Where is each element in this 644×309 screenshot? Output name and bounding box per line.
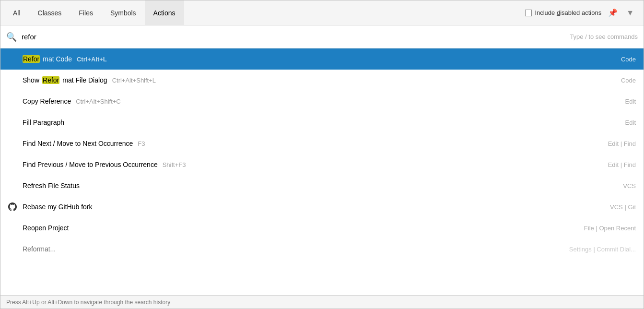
- name-prefix: Reopen Project: [23, 224, 69, 232]
- tab-bar: All Classes Files Symbols Actions Includ…: [0, 0, 644, 25]
- name-suffix: mat File Dialog: [62, 76, 107, 84]
- filter-icon[interactable]: ▼: [624, 7, 636, 19]
- include-disabled-label[interactable]: Include disabled actions: [525, 9, 601, 16]
- shortcut: F3: [138, 140, 145, 147]
- result-category: VCS | Git: [602, 203, 636, 211]
- shortcut: Ctrl+Alt+L: [77, 56, 107, 63]
- results-list: Reformat Code Ctrl+Alt+L Code Show Refor…: [0, 48, 644, 295]
- result-item-name: Refresh File Status: [23, 182, 615, 190]
- result-item-name: Fill Paragraph: [23, 119, 618, 126]
- result-item[interactable]: Show Reformat File Dialog Ctrl+Alt+Shift…: [0, 70, 644, 91]
- result-item-name: Reformat...: [23, 245, 562, 253]
- search-bar: 🔍 Type / to see commands: [0, 25, 644, 48]
- name-prefix: Show: [23, 76, 39, 84]
- result-item-name: Find Next / Move to Next Occurrence F3: [23, 140, 600, 147]
- tab-classes-label: Classes: [38, 9, 62, 17]
- result-item-name: Show Reformat File Dialog Ctrl+Alt+Shift…: [23, 76, 613, 84]
- result-item-name: Find Previous / Move to Previous Occurre…: [23, 161, 600, 168]
- tab-symbols-label: Symbols: [110, 9, 136, 17]
- github-icon: [8, 202, 17, 211]
- tab-all[interactable]: All: [4, 0, 29, 25]
- search-icon: 🔍: [6, 32, 17, 42]
- result-item[interactable]: Reopen Project File | Open Recent: [0, 217, 644, 238]
- tab-classes[interactable]: Classes: [29, 0, 70, 25]
- result-category: VCS: [615, 182, 636, 190]
- name-suffix: mat Code: [43, 55, 72, 63]
- status-bar: Press Alt+Up or Alt+Down to navigate thr…: [0, 295, 644, 309]
- name-prefix: Find Next / Move to Next Occurrence: [23, 140, 133, 147]
- result-category: Edit: [618, 119, 636, 126]
- result-item-icon: [8, 202, 19, 211]
- result-item[interactable]: Fill Paragraph Edit: [0, 112, 644, 133]
- pin-icon[interactable]: 📌: [606, 6, 620, 19]
- result-item[interactable]: Find Next / Move to Next Occurrence F3 E…: [0, 133, 644, 154]
- include-disabled-text: Include disabled actions: [535, 9, 601, 16]
- tab-all-label: All: [13, 9, 21, 17]
- find-action-dialog: All Classes Files Symbols Actions Includ…: [0, 0, 644, 309]
- result-category: Code: [613, 56, 636, 63]
- tab-symbols[interactable]: Symbols: [102, 0, 145, 25]
- result-category: Edit | Find: [600, 140, 636, 147]
- result-item-name: Reformat Code Ctrl+Alt+L: [23, 55, 613, 63]
- search-hint: Type / to see commands: [570, 33, 638, 40]
- tab-files[interactable]: Files: [70, 0, 102, 25]
- shortcut: Ctrl+Alt+Shift+C: [76, 98, 121, 105]
- status-text: Press Alt+Up or Alt+Down to navigate thr…: [6, 299, 170, 306]
- result-item[interactable]: Reformat Code Ctrl+Alt+L Code: [0, 48, 644, 70]
- name-prefix: Find Previous / Move to Previous Occurre…: [23, 161, 158, 168]
- tab-files-label: Files: [79, 9, 93, 17]
- tab-right-controls: Include disabled actions 📌 ▼: [525, 6, 640, 19]
- result-item[interactable]: Copy Reference Ctrl+Alt+Shift+C Edit: [0, 91, 644, 112]
- shortcut: Ctrl+Alt+Shift+L: [112, 77, 156, 84]
- result-category: Code: [613, 77, 636, 84]
- name-prefix: Reformat...: [23, 245, 56, 253]
- name-prefix: Refresh File Status: [23, 182, 80, 190]
- search-input[interactable]: [22, 33, 570, 41]
- result-item[interactable]: Reformat... Settings | Commit Dial...: [0, 238, 644, 260]
- include-disabled-checkbox[interactable]: [525, 10, 532, 16]
- result-category: File | Open Recent: [576, 225, 636, 232]
- result-category: Edit | Find: [600, 161, 636, 168]
- result-item-name: Copy Reference Ctrl+Alt+Shift+C: [23, 97, 618, 105]
- match-highlight: Refor: [42, 76, 59, 84]
- result-category: Edit: [618, 98, 636, 105]
- tab-actions-label: Actions: [153, 9, 176, 17]
- name-prefix: Rebase my GitHub fork: [23, 203, 93, 211]
- name-prefix: Fill Paragraph: [23, 119, 64, 126]
- result-item[interactable]: Refresh File Status VCS: [0, 175, 644, 196]
- tabs: All Classes Files Symbols Actions: [4, 0, 184, 25]
- result-item-name: Rebase my GitHub fork: [23, 203, 602, 211]
- name-prefix: Copy Reference: [23, 97, 71, 105]
- result-item-name: Reopen Project: [23, 224, 576, 232]
- tab-actions[interactable]: Actions: [145, 0, 184, 25]
- result-item[interactable]: Find Previous / Move to Previous Occurre…: [0, 154, 644, 175]
- result-item[interactable]: Rebase my GitHub fork VCS | Git: [0, 196, 644, 217]
- match-highlight: Refor: [23, 55, 40, 63]
- result-category: Settings | Commit Dial...: [562, 246, 636, 253]
- shortcut: Shift+F3: [163, 161, 186, 168]
